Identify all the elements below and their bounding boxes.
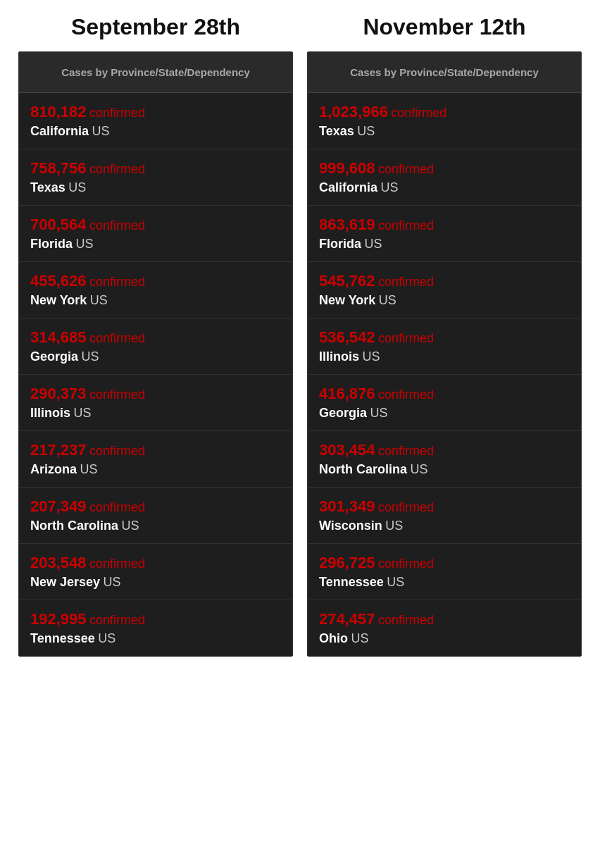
confirmed-number: 296,725: [319, 554, 375, 571]
state-name: New York: [319, 293, 375, 307]
country-name: US: [380, 180, 398, 194]
country-name: US: [80, 462, 97, 476]
state-name: Texas: [30, 180, 65, 194]
list-item: 301,349 confirmed Wisconsin US: [308, 488, 581, 544]
country-name: US: [98, 631, 115, 645]
country-name: US: [92, 124, 109, 138]
list-item: 810,182 confirmed California US: [19, 93, 292, 149]
country-name: US: [121, 519, 139, 533]
confirmed-label: confirmed: [89, 444, 145, 458]
list-item: 303,454 confirmed North Carolina US: [308, 431, 581, 488]
confirmed-label: confirmed: [378, 613, 434, 627]
confirmed-number: 303,454: [319, 441, 375, 459]
list-item: 203,548 confirmed New Jersey US: [19, 544, 292, 600]
confirmed-label: confirmed: [378, 275, 434, 289]
country-name: US: [104, 575, 121, 589]
state-name: Texas: [319, 124, 354, 138]
list-item: 758,756 confirmed Texas US: [19, 149, 292, 206]
country-name: US: [410, 462, 427, 476]
confirmed-label: confirmed: [89, 275, 145, 289]
left-items-container: 810,182 confirmed California US 758,756 …: [19, 93, 292, 656]
state-name: New York: [30, 293, 87, 307]
confirmed-number: 416,876: [319, 385, 375, 402]
country-name: US: [379, 293, 396, 307]
state-name: California: [30, 124, 89, 138]
confirmed-number: 700,564: [30, 216, 87, 233]
confirmed-label: confirmed: [89, 388, 145, 402]
confirmed-number: 810,182: [30, 103, 87, 120]
confirmed-number: 758,756: [30, 159, 87, 177]
confirmed-number: 274,457: [319, 610, 375, 628]
state-name: North Carolina: [319, 462, 407, 476]
confirmed-label: confirmed: [391, 106, 446, 120]
confirmed-label: confirmed: [89, 500, 145, 514]
state-name: California: [319, 180, 377, 194]
confirmed-label: confirmed: [378, 388, 434, 402]
state-name: Tennessee: [319, 575, 384, 589]
list-item: 207,349 confirmed North Carolina US: [19, 488, 292, 544]
list-item: 536,542 confirmed Illinois US: [308, 318, 581, 375]
list-item: 290,373 confirmed Illinois US: [19, 375, 292, 431]
state-name: Arizona: [30, 462, 77, 476]
country-name: US: [357, 124, 375, 138]
list-item: 700,564 confirmed Florida US: [19, 206, 292, 262]
country-name: US: [362, 349, 380, 364]
left-panel: Cases by Province/State/Dependency 810,1…: [18, 51, 293, 657]
confirmed-label: confirmed: [89, 218, 145, 232]
confirmed-label: confirmed: [378, 331, 434, 345]
confirmed-number: 192,995: [30, 610, 87, 628]
confirmed-label: confirmed: [378, 218, 434, 232]
state-name: Wisconsin: [319, 519, 382, 533]
state-name: Georgia: [319, 406, 367, 420]
list-item: 192,995 confirmed Tennessee US: [19, 600, 292, 656]
country-name: US: [364, 237, 382, 251]
state-name: Tennessee: [30, 631, 95, 645]
list-item: 296,725 confirmed Tennessee US: [308, 544, 581, 600]
list-item: 455,626 confirmed New York US: [19, 262, 292, 318]
confirmed-label: confirmed: [378, 557, 434, 571]
confirmed-label: confirmed: [89, 106, 145, 120]
confirmed-number: 301,349: [319, 497, 375, 515]
state-name: Florida: [319, 237, 361, 251]
tables-row: Cases by Province/State/Dependency 810,1…: [7, 51, 593, 657]
country-name: US: [351, 631, 368, 645]
confirmed-number: 863,619: [319, 216, 375, 233]
state-name: Ohio: [319, 631, 348, 645]
confirmed-number: 536,542: [319, 328, 375, 346]
country-name: US: [385, 519, 403, 533]
state-name: North Carolina: [30, 519, 118, 533]
state-name: Illinois: [319, 349, 359, 364]
list-item: 1,023,966 confirmed Texas US: [308, 93, 581, 149]
country-name: US: [370, 406, 387, 420]
right-panel: Cases by Province/State/Dependency 1,023…: [307, 51, 582, 657]
confirmed-number: 455,626: [30, 272, 87, 290]
confirmed-number: 314,685: [30, 328, 87, 346]
confirmed-label: confirmed: [89, 162, 145, 176]
country-name: US: [81, 349, 99, 364]
list-item: 416,876 confirmed Georgia US: [308, 375, 581, 431]
confirmed-number: 999,608: [319, 159, 375, 177]
confirmed-label: confirmed: [378, 500, 434, 514]
confirmed-number: 203,548: [30, 554, 87, 571]
country-name: US: [90, 293, 108, 307]
right-column-header: November 12th: [307, 14, 582, 40]
confirmed-label: confirmed: [89, 557, 145, 571]
right-panel-header: Cases by Province/State/Dependency: [308, 52, 581, 93]
list-item: 274,457 confirmed Ohio US: [308, 600, 581, 656]
left-panel-header: Cases by Province/State/Dependency: [19, 52, 292, 93]
country-name: US: [75, 237, 93, 251]
confirmed-number: 217,237: [30, 441, 87, 459]
list-item: 999,608 confirmed California US: [308, 149, 581, 206]
state-name: Illinois: [30, 406, 70, 420]
state-name: Florida: [30, 237, 73, 251]
confirmed-number: 290,373: [30, 385, 87, 402]
confirmed-number: 545,762: [319, 272, 375, 290]
list-item: 217,237 confirmed Arizona US: [19, 431, 292, 488]
country-name: US: [68, 180, 86, 194]
list-item: 314,685 confirmed Georgia US: [19, 318, 292, 375]
right-items-container: 1,023,966 confirmed Texas US 999,608 con…: [308, 93, 581, 656]
country-name: US: [387, 575, 404, 589]
confirmed-label: confirmed: [89, 613, 145, 627]
confirmed-label: confirmed: [378, 444, 434, 458]
state-name: Georgia: [30, 349, 78, 364]
